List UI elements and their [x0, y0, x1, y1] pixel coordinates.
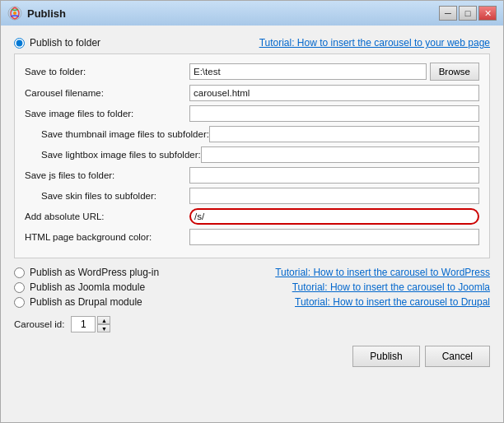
joomla-section: Publish as Joomla module Tutorial: How t… — [14, 281, 490, 293]
absolute-url-input[interactable] — [189, 208, 479, 225]
wordpress-radio[interactable] — [14, 267, 25, 278]
dialog-buttons: Publish Cancel — [14, 342, 490, 367]
carousel-id-label: Carousel id: — [14, 319, 64, 329]
wordpress-section: Publish as WordPress plug-in Tutorial: H… — [14, 267, 490, 278]
drupal-label: Publish as Drupal module — [30, 296, 142, 308]
joomla-label: Publish as Joomla module — [30, 281, 145, 293]
html-bg-color-input[interactable] — [189, 229, 479, 245]
restore-button[interactable]: □ — [459, 6, 477, 21]
publish-folder-section-header: Publish to folder Tutorial: How to inser… — [14, 37, 490, 49]
tutorial-link-wordpress[interactable]: Tutorial: How to insert the carousel to … — [275, 267, 490, 278]
carousel-id-input[interactable] — [71, 316, 96, 332]
folder-settings-box: Save to folder: Browse Carousel filename… — [14, 53, 490, 258]
save-image-files-row: Save image files to folder: — [25, 105, 479, 122]
save-to-folder-input[interactable] — [189, 63, 427, 80]
carousel-filename-row: Carousel filename: — [25, 85, 479, 101]
drupal-radio[interactable] — [14, 297, 25, 308]
spinner-up-button[interactable]: ▲ — [97, 316, 110, 324]
main-window: Publish ─ □ ✕ Publish to folder Tutorial… — [0, 0, 504, 423]
tutorial-link-joomla[interactable]: Tutorial: How to insert the carousel to … — [292, 281, 490, 293]
save-to-folder-row: Save to folder: Browse — [25, 63, 479, 81]
window-icon — [7, 6, 22, 21]
absolute-url-row: Add absolute URL: — [25, 208, 479, 225]
save-thumbnail-input[interactable] — [209, 126, 479, 142]
save-thumbnail-row: Save thumbnail image files to subfolder: — [25, 126, 479, 142]
save-image-files-label: Save image files to folder: — [25, 109, 189, 119]
spinner-buttons: ▲ ▼ — [97, 316, 110, 332]
save-skin-files-label: Save skin files to subfolder: — [25, 191, 189, 201]
browse-button[interactable]: Browse — [430, 63, 479, 81]
carousel-id-row: Carousel id: ▲ ▼ — [14, 316, 490, 332]
title-bar: Publish ─ □ ✕ — [1, 1, 503, 26]
save-lightbox-label: Save lightbox image files to subfolder: — [25, 150, 201, 160]
carousel-filename-input[interactable] — [189, 85, 479, 101]
save-skin-files-input[interactable] — [189, 188, 479, 204]
publish-folder-radio[interactable] — [14, 38, 25, 49]
publish-folder-label: Publish to folder — [30, 37, 100, 49]
dialog-content: Publish to folder Tutorial: How to inser… — [1, 26, 503, 422]
publish-button[interactable]: Publish — [352, 346, 419, 367]
minimize-button[interactable]: ─ — [439, 6, 457, 21]
cancel-button[interactable]: Cancel — [425, 346, 490, 367]
window-title: Publish — [27, 7, 439, 20]
carousel-filename-label: Carousel filename: — [25, 88, 189, 98]
save-to-folder-label: Save to folder: — [25, 67, 189, 77]
html-bg-color-row: HTML page background color: — [25, 229, 479, 245]
carousel-id-spinner: ▲ ▼ — [71, 316, 110, 332]
save-lightbox-input[interactable] — [201, 146, 479, 163]
save-image-files-input[interactable] — [189, 105, 479, 122]
tutorial-link-drupal[interactable]: Tutorial: How to insert the carousel to … — [295, 296, 490, 308]
spinner-down-button[interactable]: ▼ — [97, 324, 110, 332]
save-skin-files-row: Save skin files to subfolder: — [25, 188, 479, 204]
window-controls: ─ □ ✕ — [439, 6, 497, 21]
save-js-files-input[interactable] — [189, 167, 479, 184]
wordpress-label: Publish as WordPress plug-in — [30, 267, 159, 278]
save-js-files-row: Save js files to folder: — [25, 167, 479, 184]
joomla-radio[interactable] — [14, 282, 25, 293]
drupal-section: Publish as Drupal module Tutorial: How t… — [14, 296, 490, 308]
svg-point-1 — [13, 12, 16, 15]
absolute-url-label: Add absolute URL: — [25, 212, 189, 221]
close-button[interactable]: ✕ — [478, 6, 497, 21]
tutorial-link-folder[interactable]: Tutorial: How to insert the carousel to … — [259, 37, 490, 49]
save-js-files-label: Save js files to folder: — [25, 170, 189, 180]
save-thumbnail-label: Save thumbnail image files to subfolder: — [25, 129, 209, 139]
save-lightbox-row: Save lightbox image files to subfolder: — [25, 146, 479, 163]
alt-publish-sections: Publish as WordPress plug-in Tutorial: H… — [14, 267, 490, 308]
html-bg-color-label: HTML page background color: — [25, 232, 189, 242]
